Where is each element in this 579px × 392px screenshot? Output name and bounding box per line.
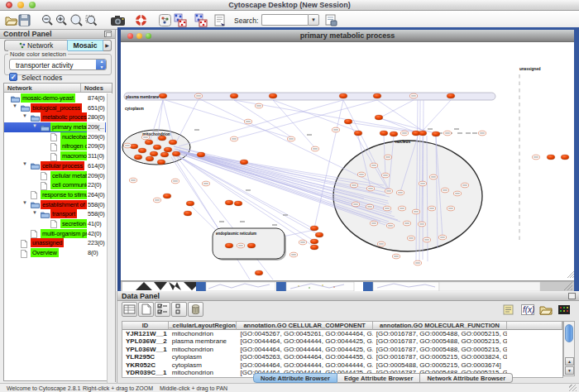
table-col-filler[interactable] (507, 322, 562, 330)
tree-row[interactable]: mosaic-demo-yeast874(0) (4, 93, 106, 103)
graph-node[interactable] (310, 245, 318, 250)
tree-expand-icon[interactable]: ▼ (32, 210, 37, 215)
data-panel-float-icon[interactable] (568, 293, 576, 299)
graph-node[interactable] (138, 148, 146, 153)
attribute-list-button[interactable] (171, 302, 187, 317)
table-scrollbar-thumb[interactable] (565, 324, 573, 342)
zoom-fit-icon[interactable] (69, 13, 84, 27)
search-dropdown-button[interactable]: ▼ (308, 14, 319, 26)
tree-row[interactable]: ▼establishment of lo558(0) (4, 200, 106, 210)
tab-network[interactable]: Network (4, 40, 67, 51)
graph-node[interactable] (419, 131, 427, 136)
tree-row[interactable]: ▼primary metabo209(... (4, 122, 106, 132)
tree-col-nodes[interactable]: Nodes (81, 84, 112, 92)
open-session-icon[interactable] (4, 13, 18, 27)
search-input[interactable] (261, 14, 308, 26)
graph-node[interactable] (447, 93, 455, 98)
tree-row[interactable]: response to stimulu264(0) (4, 190, 106, 200)
graph-node[interactable] (184, 211, 192, 216)
table-row[interactable]: YLR295Ccytoplasm[GO:0045263, GO:0044464,… (122, 353, 562, 361)
graph-node[interactable] (310, 239, 318, 244)
graph-node[interactable] (197, 152, 205, 157)
table-col-header[interactable]: annotation.GO MOLECULAR_FUNCTION (373, 322, 507, 330)
annotation-icon[interactable] (213, 13, 227, 27)
tree-row[interactable]: macromolecule311(0) (4, 151, 106, 161)
tree-expand-icon[interactable]: ▼ (22, 161, 27, 166)
graph-node[interactable] (164, 147, 172, 152)
select-nodes-checkbox[interactable]: ✓ (9, 73, 17, 81)
destroy-network-icon[interactable] (194, 13, 208, 27)
tree-row[interactable]: ▼cellular process614(0) (4, 161, 106, 171)
graph-node[interactable] (354, 131, 362, 136)
graph-node[interactable] (150, 151, 158, 156)
tree-row[interactable]: cellular metabol209(0) (4, 171, 106, 181)
table-col-header[interactable]: annotation.GO CELLULAR_COMPONENT (237, 322, 372, 330)
tree-expand-icon[interactable]: ▼ (12, 103, 17, 108)
tree-row[interactable]: cell communicat22(0) (4, 180, 106, 190)
table-scrollbar[interactable]: ▲ ▼ (563, 321, 575, 376)
tree-row[interactable]: ▼transport558(0) (4, 209, 106, 219)
table-row[interactable]: YJR121W__1mitochondrion[GO:0045267, GO:0… (122, 330, 562, 337)
tree-row[interactable]: ▼metabolic process280(0) (4, 112, 106, 122)
network-view-titlebar[interactable]: primary metabolic process (121, 30, 574, 42)
graph-node[interactable] (390, 131, 398, 136)
float-panel-icon[interactable] (104, 31, 112, 37)
graph-node[interactable] (159, 93, 167, 98)
graph-node[interactable] (240, 160, 248, 165)
window-resize-grip[interactable] (569, 385, 577, 391)
create-network-icon[interactable] (174, 13, 187, 27)
import-table-icon[interactable] (539, 304, 553, 315)
tree-row[interactable]: Overview8(0) (4, 248, 106, 258)
help-icon[interactable] (134, 13, 148, 27)
delete-attribute-button[interactable] (188, 302, 203, 317)
table-col-header[interactable]: ID (122, 322, 169, 330)
save-session-icon[interactable] (17, 13, 31, 27)
graph-node[interactable] (186, 201, 194, 206)
tree-row[interactable]: nucleobase-209(0) (4, 132, 106, 142)
zoom-out-icon[interactable] (41, 13, 55, 27)
network-overview-icon[interactable] (158, 13, 172, 27)
table-col-header[interactable]: _cellularLayoutRegion (169, 322, 237, 330)
browser-tab[interactable]: Node Attribute Browser (253, 373, 337, 383)
tree-scrollbar[interactable] (107, 93, 112, 390)
graph-node[interactable] (145, 140, 153, 145)
graph-node[interactable] (230, 93, 238, 98)
graph-node[interactable] (225, 243, 233, 248)
graph-node[interactable] (339, 93, 347, 98)
graph-node[interactable] (158, 136, 166, 141)
graph-node[interactable] (160, 152, 169, 157)
zoom-selected-icon[interactable] (84, 13, 98, 27)
table-row[interactable]: YPL036W__1mitochondrion[GO:0044464, GO:0… (122, 346, 562, 353)
function-builder-icon[interactable]: f(x) (521, 304, 534, 315)
graph-node[interactable] (375, 115, 383, 120)
graph-node[interactable] (247, 243, 256, 248)
browser-tab[interactable]: Network Attribute Browser (420, 373, 513, 383)
graph-node[interactable] (310, 226, 318, 231)
tree-expand-icon[interactable]: ▼ (22, 200, 27, 205)
network-canvas[interactable]: plasma membrane cytoplasm mitochondrion … (121, 42, 574, 280)
graph-node[interactable] (344, 119, 352, 124)
tree-row[interactable]: ▼biological_process651(0) (4, 103, 106, 113)
graph-node[interactable] (134, 155, 142, 160)
table-row[interactable]: YPL036W__2plasma membrane[GO:0044464, GO… (122, 337, 562, 345)
graph-node[interactable] (225, 200, 233, 205)
graph-node[interactable] (547, 155, 555, 160)
matrix-view-icon[interactable] (557, 304, 571, 315)
import-attributes-icon[interactable] (324, 13, 338, 27)
graph-node[interactable] (269, 93, 277, 98)
graph-node[interactable] (561, 155, 569, 160)
graph-node[interactable] (163, 194, 171, 198)
attribute-select-button[interactable] (122, 302, 137, 317)
graph-node[interactable] (255, 270, 263, 275)
browser-tab[interactable]: Edge Attribute Browser (337, 373, 420, 383)
tree-row[interactable]: multi-organism pro42(0) (4, 229, 106, 239)
scroll-up-button[interactable]: ▲ (565, 357, 574, 366)
tab-mosaic[interactable]: Mosaic (67, 40, 103, 51)
attribute-batch-button[interactable] (155, 302, 170, 317)
graph-node[interactable] (169, 140, 177, 145)
tree-expand-icon[interactable]: ▼ (32, 123, 37, 128)
tree-col-network[interactable]: Network (4, 84, 81, 92)
graph-node[interactable] (380, 131, 388, 136)
graph-node[interactable] (373, 93, 381, 98)
graph-node[interactable] (315, 232, 323, 237)
